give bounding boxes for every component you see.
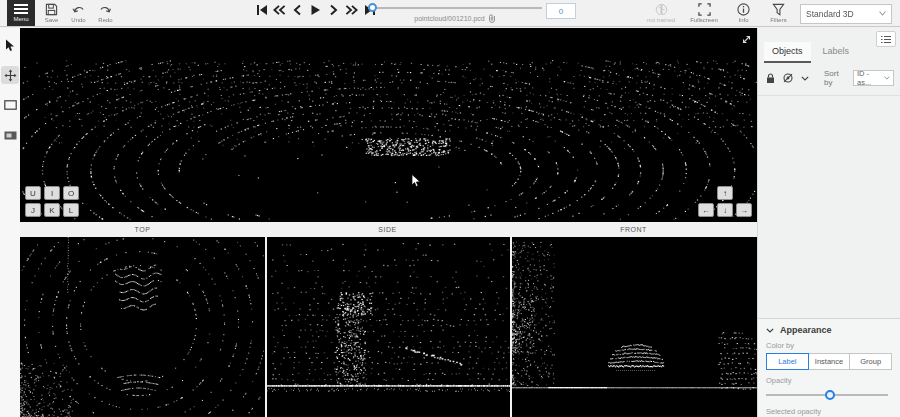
expand-view-icon[interactable] xyxy=(741,31,752,49)
key-i[interactable]: I xyxy=(44,186,60,200)
front-view-canvas[interactable] xyxy=(512,237,757,417)
menu-button[interactable]: Menu xyxy=(7,0,35,26)
viewport-side[interactable] xyxy=(267,237,510,417)
undo-icon xyxy=(72,3,85,16)
info-button[interactable]: Info xyxy=(730,1,757,26)
pointer-icon xyxy=(5,39,16,52)
list-icon xyxy=(880,35,892,44)
key-l[interactable]: L xyxy=(63,203,79,217)
filters-label: Filters xyxy=(770,17,786,23)
move-icon xyxy=(4,69,17,82)
selected-opacity-label: Selected opacity xyxy=(766,407,892,416)
paperclip-icon xyxy=(488,14,496,23)
skip-to-start-button[interactable] xyxy=(255,3,268,17)
chevron-down-icon xyxy=(884,76,890,80)
top-view-canvas[interactable] xyxy=(20,237,265,417)
redo-label: Redo xyxy=(98,17,112,23)
view-mode-select[interactable]: Standard 3D xyxy=(800,4,892,24)
info-label: Info xyxy=(738,17,748,23)
rectangle-icon xyxy=(4,100,17,110)
sort-select-value: ID - as... xyxy=(857,69,884,87)
undo-label: Undo xyxy=(71,17,85,23)
menu-label: Menu xyxy=(13,16,28,22)
appearance-section: Appearance Color by Label Instance Group… xyxy=(758,318,900,417)
opacity-slider[interactable] xyxy=(766,389,892,401)
color-by-group-option[interactable]: Group xyxy=(849,353,892,370)
viewport-top[interactable] xyxy=(20,237,265,417)
tab-labels[interactable]: Labels xyxy=(815,42,858,63)
current-file: pointcloud/001210.pcd xyxy=(360,14,550,23)
view-mode-value: Standard 3D xyxy=(806,9,854,19)
appearance-title: Appearance xyxy=(780,325,832,335)
key-u[interactable]: U xyxy=(25,186,41,200)
color-by-instance-option[interactable]: Instance xyxy=(808,353,851,370)
frame-slider[interactable] xyxy=(368,2,542,14)
sort-select[interactable]: ID - as... xyxy=(853,70,894,86)
lock-icon[interactable] xyxy=(766,73,775,84)
fast-forward-button[interactable] xyxy=(345,3,358,17)
playback-controls xyxy=(255,3,376,17)
opacity-slider-handle[interactable] xyxy=(825,390,835,400)
filters-button[interactable]: Filters xyxy=(765,1,792,26)
hamburger-icon xyxy=(14,4,28,14)
brain-icon xyxy=(654,3,669,16)
sort-by-label: Sort by xyxy=(824,69,846,87)
expand-all-icon[interactable] xyxy=(801,76,809,81)
object-list-empty xyxy=(758,96,900,318)
right-panel: Objects Labels Sort by xyxy=(757,28,900,417)
tool-sidebar xyxy=(0,28,20,417)
toolbar-right: not trained Fullscreen Info xyxy=(644,1,892,26)
camera-keypad: U I O J K L xyxy=(25,186,79,217)
box-tool-button[interactable] xyxy=(1,96,19,114)
key-j[interactable]: J xyxy=(25,203,41,217)
fast-rewind-button[interactable] xyxy=(273,3,286,17)
next-frame-button[interactable] xyxy=(327,3,340,17)
side-view-label: SIDE xyxy=(265,222,510,237)
play-button[interactable] xyxy=(309,3,322,17)
frame-slider-track[interactable] xyxy=(368,7,542,9)
views-label-bar: TOP SIDE FRONT xyxy=(20,222,757,237)
fullscreen-label: Fullscreen xyxy=(690,17,718,23)
fullscreen-button[interactable]: Fullscreen xyxy=(686,1,722,26)
side-view-canvas[interactable] xyxy=(267,237,510,417)
filled-box-icon xyxy=(4,131,17,140)
move-tool-button[interactable] xyxy=(1,66,19,84)
tab-objects[interactable]: Objects xyxy=(764,42,811,63)
front-view-label: FRONT xyxy=(510,222,757,237)
arrow-down-button[interactable]: ↓ xyxy=(717,203,733,217)
frame-number-input[interactable] xyxy=(546,3,576,19)
viewport-front[interactable] xyxy=(512,237,757,417)
redo-icon xyxy=(99,3,112,16)
ai-model-button[interactable]: not trained xyxy=(644,1,678,26)
redo-button[interactable]: Redo xyxy=(92,1,119,26)
object-list-controls: Sort by ID - as... xyxy=(758,63,900,96)
fill-tool-button[interactable] xyxy=(1,126,19,144)
view-3d-canvas[interactable] xyxy=(20,28,757,222)
arrow-right-button[interactable]: → xyxy=(736,203,752,217)
top-view-label: TOP xyxy=(20,222,265,237)
key-o[interactable]: O xyxy=(63,186,79,200)
chevron-down-icon xyxy=(879,11,886,16)
pointer-tool-button[interactable] xyxy=(1,36,19,54)
panel-collapse-button[interactable] xyxy=(876,31,896,47)
arrow-left-button[interactable]: ← xyxy=(698,203,714,217)
collapse-chevron-icon xyxy=(766,328,774,333)
color-by-segmented: Label Instance Group xyxy=(766,353,892,370)
frame-slider-handle[interactable] xyxy=(368,3,377,12)
key-k[interactable]: K xyxy=(44,203,60,217)
save-icon xyxy=(45,3,58,16)
arrow-keypad: ↑ ← ↓ → xyxy=(698,186,752,217)
save-button[interactable]: Save xyxy=(38,1,65,26)
arrow-up-button[interactable]: ↑ xyxy=(717,186,733,200)
opacity-label: Opacity xyxy=(766,376,892,385)
previous-frame-button[interactable] xyxy=(291,3,304,17)
appearance-header[interactable]: Appearance xyxy=(766,325,892,335)
undo-button[interactable]: Undo xyxy=(65,1,92,26)
visibility-off-icon[interactable] xyxy=(782,73,794,83)
fullscreen-icon xyxy=(698,3,711,16)
toolbar: Menu Save Undo xyxy=(0,0,900,27)
color-by-label-option[interactable]: Label xyxy=(766,353,809,370)
info-icon xyxy=(737,3,750,16)
ai-model-label: not trained xyxy=(647,17,675,23)
viewport-3d[interactable]: U I O J K L ↑ ← ↓ → xyxy=(20,28,757,222)
